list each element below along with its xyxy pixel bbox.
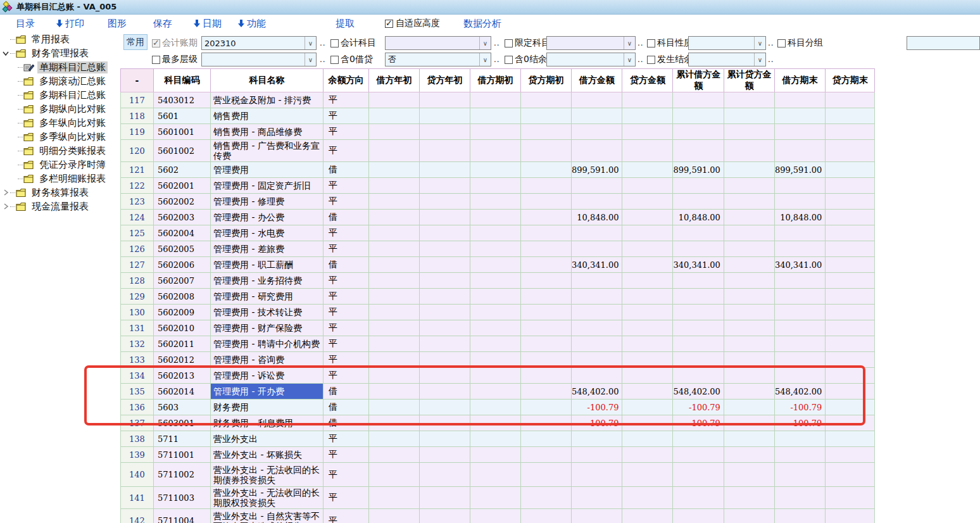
amount-cell[interactable] [724,108,774,124]
amount-cell[interactable]: 340,341.00 [673,257,724,273]
amount-cell[interactable] [724,289,774,305]
account-code-cell[interactable]: 5602008 [154,289,211,305]
row-number-cell[interactable]: 119 [121,124,154,140]
row-number-cell[interactable]: 137 [121,415,154,431]
amount-cell[interactable] [420,289,470,305]
amount-cell[interactable] [521,305,572,320]
account-code-cell[interactable]: 5602001 [154,178,211,194]
zero-debit-checkbox[interactable]: 含0借贷 [330,54,373,65]
acct-subject-combo[interactable]: ∨ [385,36,491,50]
amount-cell[interactable] [724,415,774,431]
amount-cell[interactable] [420,384,470,400]
amount-cell[interactable] [826,320,875,336]
account-code-cell[interactable]: 5602009 [154,305,211,320]
balance-direction-cell[interactable]: 借 [324,210,369,225]
amount-cell[interactable] [673,241,724,257]
amount-cell[interactable] [572,509,622,523]
amount-cell[interactable] [521,210,572,225]
amount-cell[interactable] [622,320,673,336]
account-code-cell[interactable]: 5403012 [154,92,211,108]
amount-cell[interactable] [521,162,572,178]
column-header[interactable]: 借方年初 [369,69,420,92]
amount-cell[interactable] [369,257,420,273]
amount-cell[interactable] [724,140,774,162]
amount-cell[interactable] [369,273,420,289]
tree-item-report[interactable]: 多季纵向比对账 [0,130,120,144]
amount-cell[interactable] [470,447,521,463]
amount-cell[interactable]: -100.79 [673,400,724,415]
amount-cell[interactable] [774,124,825,140]
column-header[interactable]: 累计借方金额 [673,69,724,92]
amount-cell[interactable] [572,447,622,463]
amount-cell[interactable] [622,194,673,210]
max-level-combo[interactable]: ∨ [201,53,317,66]
amount-cell[interactable] [572,241,622,257]
amount-cell[interactable] [420,463,470,487]
amount-cell[interactable] [774,305,825,320]
account-name-cell[interactable]: 财务费用 - 利息费用 [211,415,324,431]
account-name-cell[interactable]: 营业外支出 - 无法收回的长期债券投资损失 [211,463,324,487]
amount-cell[interactable] [774,368,825,384]
amount-cell[interactable] [521,336,572,352]
amount-cell[interactable] [826,463,875,487]
account-code-cell[interactable]: 5602014 [154,384,211,400]
amount-cell[interactable] [369,431,420,447]
column-header[interactable]: 贷方年初 [420,69,470,92]
amount-cell[interactable] [826,352,875,368]
expand-arrow-icon[interactable] [1,188,10,197]
account-name-cell[interactable]: 管理费用 - 技术转让费 [211,305,324,320]
balance-direction-cell[interactable]: 平 [324,178,369,194]
amount-cell[interactable] [470,463,521,487]
balance-direction-cell[interactable]: 平 [324,487,369,509]
amount-cell[interactable]: 548,402.00 [673,384,724,400]
amount-cell[interactable] [673,273,724,289]
row-number-cell[interactable]: 128 [121,273,154,289]
amount-cell[interactable] [369,225,420,241]
amount-cell[interactable] [470,124,521,140]
amount-cell[interactable] [826,305,875,320]
amount-cell[interactable] [826,257,875,273]
amount-cell[interactable] [369,415,420,431]
amount-cell[interactable] [420,400,470,415]
zero-balance-combo[interactable]: ∨ [546,53,636,66]
amount-cell[interactable] [470,273,521,289]
amount-cell[interactable] [622,384,673,400]
amount-cell[interactable] [774,92,825,108]
balance-direction-cell[interactable]: 平 [324,289,369,305]
amount-cell[interactable] [774,463,825,487]
limit-subject-combo[interactable]: ∨ [546,36,636,50]
amount-cell[interactable] [521,368,572,384]
account-code-cell[interactable]: 5602004 [154,225,211,241]
amount-cell[interactable] [673,178,724,194]
account-code-cell[interactable]: 5711001 [154,447,211,463]
amount-cell[interactable] [622,463,673,487]
expand-arrow-icon[interactable] [1,202,10,211]
amount-cell[interactable] [521,447,572,463]
account-name-cell[interactable]: 管理费用 - 修理费 [211,194,324,210]
amount-cell[interactable] [774,509,825,523]
amount-cell[interactable] [826,108,875,124]
amount-cell[interactable] [369,509,420,523]
amount-cell[interactable] [420,178,470,194]
amount-cell[interactable] [724,92,774,108]
row-number-cell[interactable]: 141 [121,487,154,509]
tree-item-report[interactable]: 凭证分录序时簿 [0,158,120,172]
row-number-cell[interactable]: 140 [121,463,154,487]
graph-button[interactable]: 图形 [108,17,127,30]
amount-cell[interactable] [521,320,572,336]
amount-cell[interactable]: -100.79 [774,400,825,415]
amount-cell[interactable] [369,241,420,257]
row-number-cell[interactable]: 131 [121,320,154,336]
amount-cell[interactable] [673,140,724,162]
tree-item-report[interactable]: 财务管理报表 [0,46,120,60]
balance-direction-cell[interactable]: 平 [324,431,369,447]
row-number-cell[interactable]: 120 [121,140,154,162]
amount-cell[interactable] [774,352,825,368]
account-code-cell[interactable]: 5603001 [154,415,211,431]
amount-cell[interactable] [724,178,774,194]
balance-direction-cell[interactable]: 平 [324,447,369,463]
browse-dots[interactable]: .. [494,39,500,47]
amount-cell[interactable] [622,305,673,320]
account-name-cell[interactable]: 管理费用 - 诉讼费 [211,368,324,384]
amount-cell[interactable] [572,431,622,447]
